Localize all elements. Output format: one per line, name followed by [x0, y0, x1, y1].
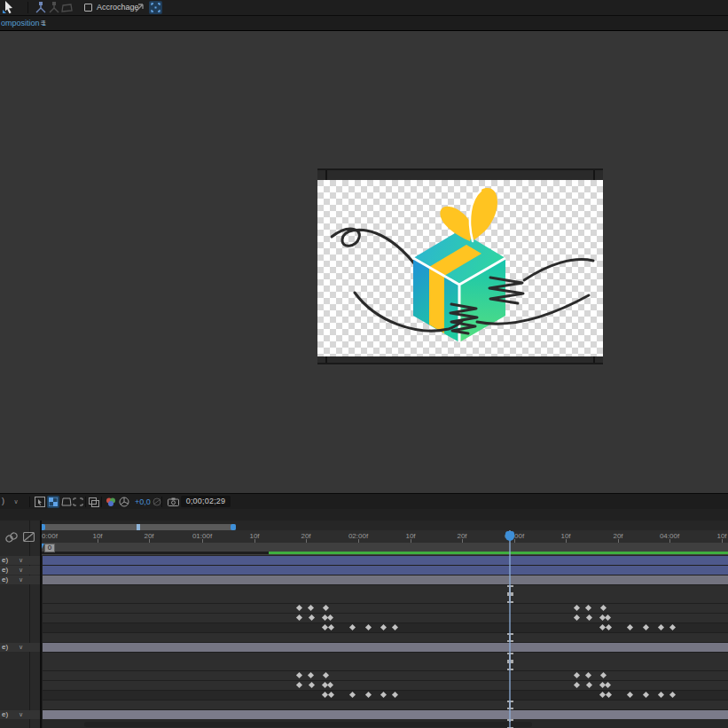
layer-duration-bar[interactable]	[43, 575, 728, 584]
keyframe-diamond[interactable]	[323, 605, 329, 611]
keyframe-diamond[interactable]	[606, 624, 612, 630]
layer-row-label[interactable]: e)∨	[0, 643, 40, 652]
keyframe-diamond[interactable]	[328, 692, 334, 698]
chevron-down-icon[interactable]: ∨	[19, 643, 23, 652]
keyframe-diamond[interactable]	[574, 672, 580, 678]
pickwhip-tool-button[interactable]	[133, 1, 146, 14]
transparency-grid-button[interactable]	[47, 496, 59, 508]
composition-marker-0[interactable]: 0	[40, 543, 55, 553]
layer-row-label[interactable]: e)∨	[0, 575, 40, 584]
vertex-tool-button-1[interactable]	[34, 1, 47, 14]
layer-row-label[interactable]: e)∨	[0, 710, 40, 719]
keyframe-diamond[interactable]	[606, 692, 612, 698]
comp-canvas[interactable]	[317, 180, 603, 356]
keyframe-diamond[interactable]	[627, 692, 633, 698]
keyframe-diamond[interactable]	[627, 624, 633, 630]
keyframe-diamond[interactable]	[605, 614, 611, 621]
keyframe-diamond[interactable]	[327, 682, 333, 688]
keyframe-diamond[interactable]	[309, 682, 315, 688]
mask-visibility-button[interactable]	[60, 496, 73, 508]
work-area-bar[interactable]	[40, 524, 236, 530]
timeline-scrollbar[interactable]	[84, 722, 532, 727]
playhead-handle[interactable]	[505, 531, 514, 541]
layer-duration-bar[interactable]	[43, 710, 728, 719]
layer-row-label[interactable]: e)∨	[0, 566, 40, 575]
current-time-display[interactable]: 0;00;02;29	[181, 496, 231, 507]
uncached-frames-segment	[40, 552, 269, 554]
chevron-down-icon[interactable]: ∨	[19, 566, 23, 575]
keyframe-diamond[interactable]	[365, 692, 372, 698]
keyframe-diamond[interactable]	[296, 682, 302, 688]
show-snapshot-button[interactable]	[151, 496, 163, 508]
keyframe-diamond[interactable]	[380, 692, 387, 698]
region-of-interest-button[interactable]	[72, 496, 84, 508]
keyframe-diamond[interactable]	[585, 605, 591, 611]
selection-tool-button[interactable]	[2, 1, 15, 14]
keyframe-diamond[interactable]	[328, 624, 334, 630]
snapping-checkbox[interactable]	[84, 4, 92, 12]
layer-duration-bar[interactable]	[43, 556, 728, 565]
keyframe-diamond[interactable]	[658, 692, 664, 698]
time-ruler[interactable]: 0:00f10f20f01:00f10f20f02:00f10f20f03:00…	[40, 530, 728, 543]
snap-options-button[interactable]	[149, 1, 162, 14]
property-row	[43, 691, 728, 700]
keyframe-diamond[interactable]	[600, 605, 607, 611]
take-snapshot-button[interactable]	[167, 496, 179, 508]
vertex-tool-button-2[interactable]	[47, 1, 60, 14]
layer-name-truncated: e)	[2, 710, 8, 719]
comp-pasteboard-strip-top	[317, 168, 603, 180]
keyframe-diamond[interactable]	[643, 624, 649, 630]
hand-cursor-view-button[interactable]	[34, 496, 46, 508]
exposure-control[interactable]: +0,0	[135, 497, 151, 506]
keyframe-diamond[interactable]	[309, 614, 315, 621]
keyframe-diamond[interactable]	[586, 614, 592, 621]
resolution-button[interactable]	[118, 496, 130, 508]
keyframe-diamond[interactable]	[308, 605, 314, 611]
lasso-tool-button[interactable]	[60, 1, 74, 14]
keyframe-diamond[interactable]	[365, 624, 372, 630]
keyframe-diamond[interactable]	[600, 672, 607, 678]
keyframe-diamond[interactable]	[308, 672, 314, 678]
keyframe-diamond[interactable]	[658, 624, 664, 630]
keyframe-diamond[interactable]	[585, 672, 591, 678]
keyframe-diamond[interactable]	[327, 614, 333, 621]
ruler-label: 10f	[702, 532, 728, 540]
keyframe-diamond[interactable]	[643, 692, 649, 698]
keyframe-diamond[interactable]	[574, 614, 580, 621]
keyframe-diamond[interactable]	[392, 624, 398, 630]
property-row	[43, 585, 728, 594]
layer-row-label[interactable]: e)∨	[0, 556, 40, 565]
keyframe-diamond[interactable]	[296, 605, 302, 611]
chevron-down-icon[interactable]: ∨	[19, 710, 23, 719]
keyframe-diamond[interactable]	[669, 624, 676, 630]
panel-menu-icon[interactable]: ≡	[41, 18, 46, 27]
playhead-line	[509, 530, 511, 728]
keyframe-diamond[interactable]	[349, 692, 356, 698]
keyframe-diamond[interactable]	[323, 672, 329, 678]
keyframe-diamond[interactable]	[296, 672, 302, 678]
guides-button[interactable]	[88, 496, 100, 508]
keyframe-diamond[interactable]	[669, 692, 676, 698]
work-area-end-handle[interactable]	[231, 524, 236, 530]
keyframe-diamond[interactable]	[574, 605, 580, 611]
comp-mini-flowchart-button[interactable]	[23, 532, 35, 542]
keyframe-diamond[interactable]	[605, 682, 611, 688]
chevron-down-icon[interactable]: ∨	[19, 575, 23, 584]
layer-duration-bar[interactable]	[43, 643, 728, 652]
keyframe-diamond[interactable]	[296, 614, 302, 621]
parent-link-button[interactable]	[5, 532, 18, 543]
keyframe-diamond[interactable]	[392, 692, 398, 698]
show-channels-button[interactable]	[105, 496, 117, 508]
cursor-box-icon	[35, 497, 45, 507]
keyframe-diamond[interactable]	[349, 624, 356, 630]
property-row	[43, 594, 728, 603]
keyframe-diamond[interactable]	[586, 682, 592, 688]
layer-duration-bar[interactable]	[43, 566, 728, 575]
chevron-down-icon[interactable]: ∨	[19, 556, 23, 565]
keyframe-diamond[interactable]	[574, 682, 580, 688]
magnification-dropdown[interactable]: ) ∨	[2, 497, 19, 505]
layer-label-column: e)∨e)∨e)∨e)∨e)∨	[0, 556, 42, 728]
keyframe-diamond[interactable]	[380, 624, 387, 630]
timeline-panel: 0:00f10f20f01:00f10f20f02:00f10f20f03:00…	[0, 521, 728, 728]
tab-composition-1[interactable]: omposition 1	[1, 19, 46, 27]
